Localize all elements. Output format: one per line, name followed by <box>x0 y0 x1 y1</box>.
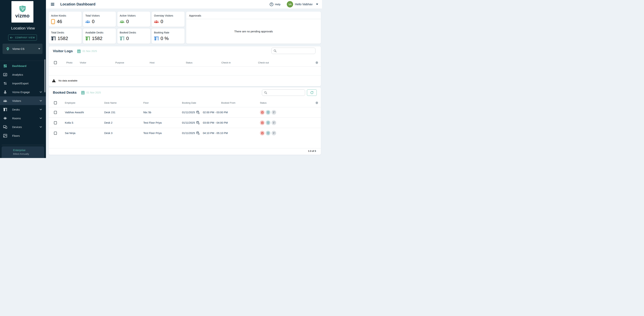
sidebar-item-desks[interactable]: Desks <box>0 105 46 114</box>
stat-label: Booking Rate <box>154 31 182 34</box>
avatar[interactable]: VA <box>287 1 293 8</box>
sidebar-item-devices[interactable]: Devices <box>0 123 46 131</box>
sidebar-item-import-export[interactable]: Import/Export <box>0 79 46 88</box>
import-export-icon <box>3 82 7 85</box>
calendar-icon[interactable] <box>77 49 81 53</box>
sidebar-item-dashboard[interactable]: Dashboard <box>0 62 46 70</box>
stat-value: 0 % <box>160 36 169 41</box>
status-desk-button[interactable] <box>272 110 276 115</box>
stat-value: 0 <box>126 36 129 41</box>
row-checkbox[interactable] <box>54 111 57 114</box>
column-header-desk-name[interactable]: Desk Name <box>104 101 143 104</box>
sidebar-item-floors[interactable]: Floors <box>0 131 46 140</box>
row-checkbox[interactable] <box>54 121 57 124</box>
status-desk-button[interactable] <box>272 120 276 125</box>
column-header-status[interactable]: Status <box>186 61 222 64</box>
status-calendar-cancel-icon <box>261 132 264 134</box>
column-header-check-in[interactable]: Check-in <box>222 61 258 64</box>
settings-gear-icon[interactable] <box>315 61 318 64</box>
cell-desk-name: Desk 3 <box>104 132 143 135</box>
cancel-booking-button[interactable] <box>260 120 264 125</box>
sidebar-scrollbar[interactable] <box>44 59 46 92</box>
top-header: Location Dashboard ? Help VA Hello Vaibh… <box>46 0 322 9</box>
company-view-button[interactable]: COMPANY VIEW <box>8 35 37 41</box>
stats-grid: Active Kiosks 46 Total Visitors 0 <box>49 12 184 44</box>
sidebar-item-rooms[interactable]: Rooms <box>0 114 46 123</box>
page-title: Location Dashboard <box>60 2 270 6</box>
status-desk-button[interactable] <box>272 131 276 135</box>
status-actions <box>260 110 312 115</box>
sidebar-item-label: Analytics <box>12 73 42 76</box>
stat-value: 0 <box>160 19 163 24</box>
chevron-down-icon <box>40 126 42 128</box>
visitor-logs-date[interactable]: 01 Nov 2025 <box>82 50 97 53</box>
refresh-button[interactable] <box>307 90 317 96</box>
calendar-sync-icon[interactable] <box>196 131 200 135</box>
stat-label: Total Desks <box>51 31 79 34</box>
analytics-icon <box>3 73 7 77</box>
table-spacer <box>49 138 321 148</box>
calendar-sync-icon[interactable] <box>196 121 200 125</box>
sidebar-item-analytics[interactable]: Analytics <box>0 70 46 79</box>
location-pin-icon <box>6 47 10 51</box>
booked-desks-date[interactable]: 01 Nov 2025 <box>86 91 101 94</box>
cell-employee: Vaibhav Awasthi <box>65 111 104 114</box>
sidebar-item-vizmo-engage[interactable]: Vizmo Engage <box>0 88 46 96</box>
cancel-booking-button[interactable] <box>260 110 264 115</box>
help-button[interactable]: ? Help <box>270 3 280 6</box>
select-all-checkbox[interactable] <box>54 101 57 104</box>
column-header-employee[interactable]: Employee <box>65 101 104 104</box>
user-menu-caret-icon[interactable] <box>316 4 318 5</box>
cell-desk-name: Desk 151 <box>104 111 143 114</box>
status-calendar-cancel-icon <box>261 111 264 114</box>
cancel-booking-button[interactable] <box>260 131 264 135</box>
desk-icon <box>120 37 124 40</box>
calendar-icon[interactable] <box>81 91 85 95</box>
sidebar-item-label: Rooms <box>12 117 40 120</box>
row-checkbox[interactable] <box>54 132 57 135</box>
stat-card-booking-rate: Booking Rate 0 % <box>152 29 184 44</box>
visitor-logs-search-input[interactable] <box>276 48 315 54</box>
column-header-check-out[interactable]: Check-out <box>258 61 312 64</box>
cell-employee: Kotla S <box>65 121 104 124</box>
company-view-label: COMPANY VIEW <box>15 36 35 39</box>
refresh-icon <box>310 91 314 94</box>
warning-icon <box>52 79 56 82</box>
chevron-down-icon <box>40 91 42 93</box>
column-header-status[interactable]: Status <box>260 101 312 104</box>
sidebar-item-visitors[interactable]: Visitors <box>0 96 46 105</box>
stat-value: 0 <box>92 19 94 24</box>
stat-value: 1582 <box>92 36 102 41</box>
stat-card-active-visitors: Active Visitors 0 <box>117 12 150 27</box>
settings-gear-icon[interactable] <box>315 101 318 104</box>
no-data-message: No data available <box>58 79 77 82</box>
stat-value: 0 <box>126 19 129 24</box>
column-header-visitor[interactable]: Visitor <box>80 61 115 64</box>
column-header-booking-date[interactable]: Booking Date <box>182 101 203 104</box>
people-icon <box>154 20 159 23</box>
select-all-checkbox[interactable] <box>54 61 57 64</box>
no-data-row: No data available <box>49 76 321 86</box>
calendar-sync-icon[interactable] <box>196 111 200 114</box>
hamburger-menu-icon[interactable] <box>51 2 54 6</box>
booked-desks-search-input[interactable] <box>267 90 305 96</box>
visitor-logs-title: Visitor Logs <box>53 49 73 53</box>
column-header-purpose[interactable]: Purpose <box>115 61 150 64</box>
status-shield-button[interactable] <box>266 120 270 125</box>
column-header-booked-from[interactable]: Booked From <box>203 101 260 104</box>
column-header-host[interactable]: Host <box>150 61 186 64</box>
cell-booked-from: 04:10 PM - 05:10 PM <box>203 132 260 135</box>
stat-card-active-kiosks: Active Kiosks 46 <box>49 12 82 27</box>
status-shield-button[interactable] <box>266 110 270 115</box>
status-shield-button[interactable] <box>266 131 270 135</box>
location-selector[interactable]: Vizmo CS <box>2 44 42 54</box>
chevron-down-icon <box>40 117 42 119</box>
stat-value: 46 <box>57 19 62 24</box>
visitor-logs-table-header: Photo Visitor Purpose Host Status Check-… <box>49 59 321 66</box>
column-header-floor[interactable]: Floor <box>143 101 182 104</box>
column-header-photo[interactable]: Photo <box>66 61 80 64</box>
table-footer: 1-3 of 3 <box>49 148 321 154</box>
sidebar-item-label: Visitors <box>12 99 40 102</box>
stat-card-total-visitors: Total Visitors 0 <box>83 12 116 27</box>
cell-floor: Test Floor Priya <box>143 132 182 135</box>
